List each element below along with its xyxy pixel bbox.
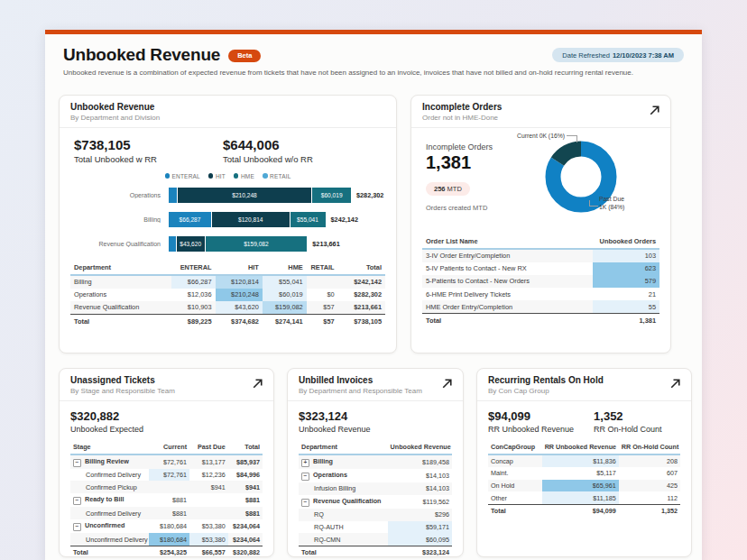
cell[interactable]: $119,562: [388, 495, 452, 509]
cell[interactable]: 425: [619, 480, 680, 492]
collapse-icon[interactable]: −: [301, 499, 309, 507]
cell[interactable]: $296: [388, 509, 452, 521]
cell[interactable]: Unconfirmed Delivery: [70, 533, 149, 546]
cell[interactable]: 5-Patients to Contact - New Orders: [422, 275, 593, 288]
cell[interactable]: $13,177: [189, 454, 228, 469]
cell[interactable]: $53,380: [189, 533, 228, 546]
cell[interactable]: 55: [593, 300, 659, 314]
cell[interactable]: $12,036: [171, 289, 216, 301]
cell[interactable]: RQ: [299, 509, 388, 521]
cell[interactable]: $11,185: [542, 491, 619, 504]
cell[interactable]: $180,684: [149, 533, 189, 546]
bar-segment-hit[interactable]: $120,814: [212, 212, 290, 227]
column-header[interactable]: RR Unbooked Revenue: [542, 441, 619, 454]
legend-item-retail[interactable]: RETAIL: [263, 173, 290, 179]
cell[interactable]: $10,903: [171, 301, 216, 315]
cell[interactable]: $66,287: [171, 275, 216, 289]
cell[interactable]: $374,682: [216, 315, 263, 328]
legend-item-hit[interactable]: HIT: [208, 173, 226, 179]
cell[interactable]: Concap: [488, 454, 542, 468]
cell[interactable]: Maint.: [488, 467, 542, 480]
expand-icon[interactable]: +: [301, 459, 309, 467]
cell[interactable]: [189, 507, 228, 519]
cell[interactable]: Revenue Qualification: [70, 301, 171, 315]
cell[interactable]: $159,082: [263, 301, 307, 315]
cell[interactable]: 112: [619, 491, 680, 504]
cell[interactable]: $234,064: [228, 519, 263, 533]
cell[interactable]: $881: [149, 507, 189, 519]
cell[interactable]: Confirmed Delivery: [70, 507, 149, 519]
cell[interactable]: $189,458: [388, 454, 452, 469]
column-header[interactable]: ConCapGroup: [488, 441, 542, 454]
cell[interactable]: $66,557: [189, 546, 228, 557]
cell[interactable]: $234,064: [228, 533, 263, 546]
cell[interactable]: $57: [307, 301, 338, 315]
cell[interactable]: $881: [149, 493, 189, 507]
cell[interactable]: $14,103: [388, 482, 452, 495]
cell[interactable]: $60,019: [263, 289, 307, 301]
collapse-icon[interactable]: −: [73, 459, 81, 467]
cell[interactable]: Total: [70, 546, 149, 557]
legend-item-enteral[interactable]: ENTERAL: [165, 173, 200, 179]
cell[interactable]: +Billing: [299, 454, 388, 469]
cell[interactable]: −Revenue Qualification: [299, 495, 388, 509]
collapse-icon[interactable]: −: [301, 473, 309, 481]
cell[interactable]: 1,381: [593, 314, 659, 327]
cell[interactable]: Infusion Billing: [299, 482, 388, 495]
cell[interactable]: [307, 275, 338, 289]
cell[interactable]: [149, 481, 189, 493]
column-header[interactable]: ENTERAL: [171, 261, 216, 275]
cell[interactable]: $72,761: [149, 469, 189, 482]
popout-icon[interactable]: [440, 377, 454, 390]
cell[interactable]: $59,171: [388, 521, 452, 534]
popout-icon[interactable]: [251, 377, 264, 390]
cell[interactable]: 3-IV Order Entry/Completion: [422, 249, 593, 262]
cell[interactable]: $60,095: [388, 533, 452, 546]
cell[interactable]: $11,836: [542, 454, 619, 468]
column-header[interactable]: RR On-Hold Count: [619, 441, 680, 454]
bar-segment-hme[interactable]: $55,041: [290, 212, 326, 227]
cell[interactable]: Billing: [70, 275, 171, 289]
column-header[interactable]: Stage: [70, 441, 149, 454]
cell[interactable]: $941: [189, 481, 228, 493]
column-header[interactable]: Past Due: [189, 441, 228, 454]
cell[interactable]: $881: [228, 507, 263, 519]
cell[interactable]: $881: [228, 493, 263, 507]
cell[interactable]: −Unconfirmed: [70, 519, 149, 533]
cell[interactable]: $274,141: [263, 315, 307, 328]
column-header[interactable]: HME: [263, 261, 307, 275]
cell[interactable]: 21: [593, 288, 659, 300]
popout-icon[interactable]: [648, 104, 661, 117]
cell[interactable]: $12,236: [189, 469, 228, 482]
column-header[interactable]: Unbooked Revenue: [388, 441, 452, 454]
cell[interactable]: $120,814: [216, 275, 263, 289]
cell[interactable]: Total: [488, 504, 542, 517]
cell[interactable]: $213,661: [338, 301, 385, 315]
cell[interactable]: $180,684: [149, 519, 189, 533]
cell[interactable]: $242,142: [338, 275, 385, 289]
cell[interactable]: $282,302: [338, 289, 385, 301]
cell[interactable]: $65,961: [542, 480, 619, 492]
cell[interactable]: $53,380: [189, 519, 228, 533]
cell[interactable]: −Billing Review: [70, 454, 149, 469]
cell[interactable]: $14,103: [388, 469, 452, 482]
cell[interactable]: Confirmed Pickup: [70, 481, 149, 493]
column-header[interactable]: Unbooked Orders: [593, 234, 659, 249]
cell[interactable]: 623: [593, 262, 659, 275]
column-header[interactable]: Department: [70, 261, 171, 275]
cell[interactable]: HME Order Entry/Completion: [422, 300, 593, 314]
cell[interactable]: $0: [307, 289, 338, 301]
cell[interactable]: Total: [422, 314, 593, 327]
collapse-icon[interactable]: −: [73, 523, 81, 531]
cell[interactable]: RQ-CMN: [299, 533, 388, 546]
cell[interactable]: $323,124: [388, 546, 452, 557]
bar-segment-enteral[interactable]: $66,287: [169, 212, 211, 227]
legend-item-hme[interactable]: HME: [234, 173, 254, 179]
bar-segment-hme[interactable]: $60,019: [312, 188, 351, 203]
cell[interactable]: $85,937: [228, 454, 263, 469]
cell[interactable]: Confirmed Delivery: [70, 469, 149, 482]
cell[interactable]: −Operations: [299, 469, 388, 482]
cell[interactable]: $89,225: [171, 315, 216, 328]
cell[interactable]: 1,352: [619, 504, 680, 517]
collapse-icon[interactable]: −: [73, 497, 81, 505]
